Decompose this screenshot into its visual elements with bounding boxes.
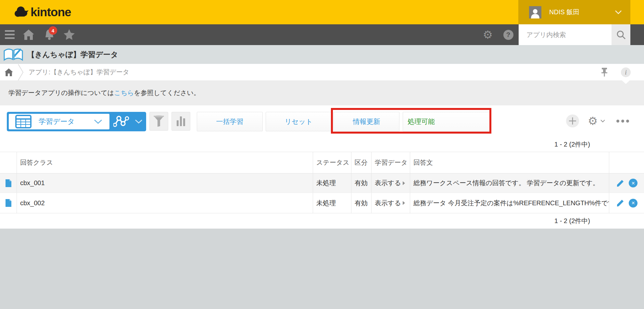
cell-status: 未処理 — [313, 173, 351, 193]
bar-chart-icon — [177, 116, 185, 126]
favorites-star-icon[interactable] — [62, 24, 76, 45]
expand-triangle-icon — [403, 201, 405, 205]
filter-button[interactable] — [149, 112, 168, 131]
settings-gear-icon[interactable]: ⚙ — [481, 24, 494, 45]
cell-category: 有効 — [351, 193, 372, 213]
notice-text: 学習データアプリの操作についてはこちらを参照してください。 — [8, 89, 200, 97]
record-file-icon — [6, 199, 11, 207]
settings-chevron-down-icon — [600, 119, 605, 123]
learning-data-toggle-label: 表示する — [375, 199, 401, 208]
person-icon — [530, 8, 540, 18]
processable-button[interactable]: 処理可能 — [403, 112, 490, 131]
table-header-row: 回答クラス ステータス 区分 学習データ 回答文 — [0, 152, 644, 173]
record-table: 回答クラス ステータス 区分 学習データ 回答文 cbx_001 未処理 有効 … — [0, 152, 644, 213]
graph-chevron-down-icon — [135, 119, 143, 124]
table-row: cbx_001 未処理 有効 表示する 総務ワークスペース情報の回答です。 学習… — [0, 173, 644, 193]
view-selector[interactable]: 学習データ — [7, 112, 146, 131]
breadcrumb-label: アプリ:【きんちゃぼ】学習データ — [29, 68, 129, 77]
cell-category: 有効 — [351, 173, 372, 193]
chart-button[interactable] — [171, 112, 190, 131]
table-view-icon — [15, 115, 32, 128]
app-title: 【きんちゃぼ】学習データ — [27, 50, 118, 60]
kintone-logo[interactable]: kintone — [14, 0, 71, 24]
kintone-cloud-icon — [14, 6, 29, 19]
notice-text-before: 学習データアプリの操作については — [8, 89, 114, 96]
top-header-bar: kintone NDIS 飯田 — [0, 0, 644, 24]
user-name: NDIS 飯田 — [549, 8, 579, 17]
cell-learning-data[interactable]: 表示する — [372, 193, 410, 213]
add-record-button[interactable] — [566, 114, 579, 127]
magnifier-icon — [616, 30, 626, 40]
cell-answer-text: 総務データ 今月受注予定の案件は%REFERENCE_LENGTH%件です。 … — [410, 193, 609, 213]
info-update-button[interactable]: 情報更新 — [334, 112, 399, 131]
app-title-bar: 【きんちゃぼ】学習データ — [0, 45, 644, 64]
info-tooltip-notch — [622, 80, 630, 84]
view-gear-icon: ⚙ — [588, 114, 598, 127]
user-menu[interactable]: NDIS 飯田 — [518, 0, 630, 24]
reset-button[interactable]: リセット — [266, 112, 332, 131]
breadcrumb-home-icon[interactable] — [5, 68, 13, 76]
search-button[interactable] — [612, 24, 630, 45]
selected-view-name: 学習データ — [39, 117, 75, 126]
info-icon[interactable]: i — [621, 67, 631, 77]
chevron-down-icon — [615, 10, 622, 14]
graph-icon — [113, 115, 130, 128]
cell-actions: ✕ — [609, 173, 644, 193]
cell-answer-class[interactable]: cbx_001 — [17, 173, 313, 193]
column-header-learning-data[interactable]: 学習データ — [372, 152, 410, 173]
page-background — [0, 229, 644, 309]
avatar — [529, 6, 541, 18]
pagination-top[interactable]: 1 - 2 (2件中) — [554, 140, 590, 149]
search-input[interactable] — [519, 24, 612, 45]
funnel-icon — [153, 115, 164, 127]
cell-answer-class[interactable]: cbx_002 — [17, 193, 313, 213]
notice-link[interactable]: こちら — [114, 89, 134, 96]
delete-x-icon[interactable]: ✕ — [629, 199, 638, 208]
record-cell-icon[interactable] — [0, 193, 17, 213]
bulk-learn-button[interactable]: 一括学習 — [197, 112, 263, 131]
breadcrumb: アプリ:【きんちゃぼ】学習データ — [0, 64, 644, 80]
hamburger-menu-icon[interactable] — [5, 30, 15, 39]
header-icon-cell — [0, 152, 17, 173]
view-selector-dropdown[interactable]: 学習データ — [9, 114, 109, 129]
edit-pencil-icon[interactable] — [616, 199, 624, 207]
edit-pencil-icon[interactable] — [616, 179, 624, 187]
view-chevron-down-icon — [94, 119, 102, 124]
more-options-button[interactable] — [616, 114, 629, 127]
notice-bar: 学習データアプリの操作についてはこちらを参照してください。 — [0, 80, 644, 105]
column-header-status[interactable]: ステータス — [313, 152, 351, 173]
breadcrumb-chevron-icon — [18, 64, 24, 80]
column-header-answer-class[interactable]: 回答クラス — [17, 152, 313, 173]
app-book-pencil-icon — [3, 47, 23, 62]
help-icon[interactable]: ? — [503, 24, 514, 45]
header-actions-cell — [609, 152, 644, 173]
notice-text-after: を参照してください。 — [134, 89, 200, 96]
plus-icon — [569, 117, 576, 125]
home-icon[interactable] — [22, 24, 35, 45]
column-header-answer-text[interactable]: 回答文 — [410, 152, 609, 173]
graph-menu-button[interactable] — [109, 112, 146, 131]
record-file-icon — [6, 179, 11, 187]
logo-text: kintone — [31, 6, 71, 19]
delete-x-icon[interactable]: ✕ — [629, 179, 638, 187]
record-cell-icon[interactable] — [0, 173, 17, 193]
cell-learning-data[interactable]: 表示する — [372, 173, 410, 193]
pagination-bottom[interactable]: 1 - 2 (2件中) — [554, 217, 590, 225]
table-row: cbx_002 未処理 有効 表示する 総務データ 今月受注予定の案件は%REF… — [0, 193, 644, 213]
notification-count-badge: 4 — [49, 26, 57, 35]
cell-answer-text: 総務ワークスペース情報の回答です。 学習データの更新です。 — [410, 173, 609, 193]
expand-triangle-icon — [403, 181, 405, 185]
column-header-category[interactable]: 区分 — [351, 152, 372, 173]
cell-actions: ✕ — [609, 193, 644, 213]
learning-data-toggle-label: 表示する — [375, 179, 401, 187]
cell-status: 未処理 — [313, 193, 351, 213]
pin-icon[interactable] — [600, 67, 609, 78]
view-settings-button[interactable]: ⚙ — [588, 114, 605, 127]
